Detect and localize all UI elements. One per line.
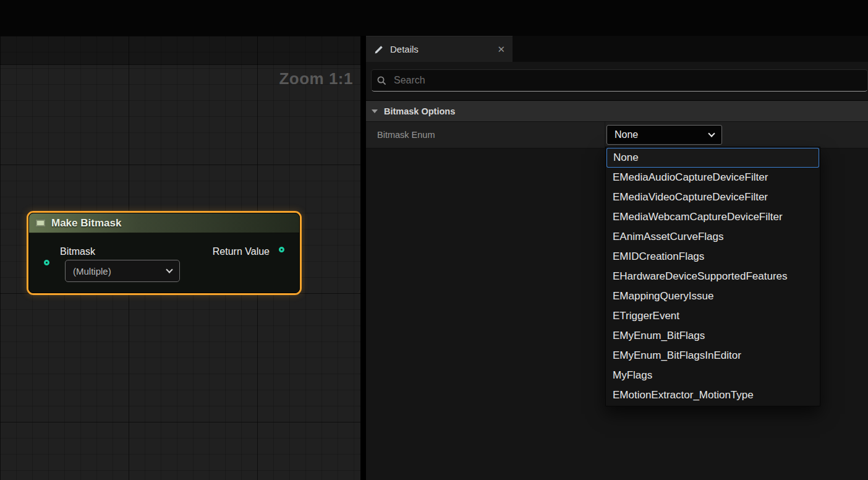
combobox-value: None	[615, 129, 638, 140]
close-icon[interactable]: ✕	[497, 45, 505, 54]
tab-title: Details	[390, 44, 419, 54]
dropdown-item[interactable]: None	[606, 148, 819, 168]
dropdown-item[interactable]: EMappingQueryIssue	[606, 286, 820, 306]
make-bitmask-node[interactable]: Make Bitmask Bitmask Return Value (Multi…	[27, 211, 302, 295]
property-label: Bitmask Enum	[366, 122, 605, 148]
dropdown-item[interactable]: EMotionExtractor_MotionType	[606, 385, 820, 405]
dropdown-item[interactable]: EMediaWebcamCaptureDeviceFilter	[606, 207, 820, 227]
chevron-down-icon	[708, 130, 715, 137]
graph-top-shade	[0, 36, 360, 65]
dropdown-item[interactable]: EMediaVideoCaptureDeviceFilter	[606, 187, 820, 207]
return-value-label: Return Value	[213, 246, 270, 257]
property-row-bitmask-enum: Bitmask Enum None	[366, 122, 868, 148]
make-struct-icon	[35, 219, 46, 227]
search-input[interactable]	[371, 69, 868, 92]
dropdown-item[interactable]: EMIDCreationFlags	[606, 247, 820, 267]
dropdown-item[interactable]: MyFlags	[606, 366, 820, 385]
dropdown-item[interactable]: EMyEnum_BitFlagsInEditor	[606, 346, 820, 366]
top-toolbar	[0, 0, 868, 36]
triangle-down-icon	[372, 109, 378, 113]
zoom-indicator: Zoom 1:1	[279, 69, 353, 88]
section-bitmask-options[interactable]: Bitmask Options	[366, 100, 868, 122]
bitmask-input-pin[interactable]	[44, 260, 49, 265]
node-header: Make Bitmask	[29, 213, 299, 233]
enum-dropdown-list: NoneEMediaAudioCaptureDeviceFilterEMedia…	[605, 147, 820, 406]
node-body: Bitmask Return Value (Multiple)	[29, 233, 299, 293]
panel-splitter[interactable]	[360, 36, 366, 480]
blueprint-graph-canvas[interactable]: Zoom 1:1 Make Bitmask Bitmask Return Val…	[0, 36, 360, 480]
bitmask-enum-combobox[interactable]: None	[606, 125, 722, 145]
dropdown-item[interactable]: ETriggerEvent	[606, 306, 820, 326]
dropdown-item[interactable]: EHardwareDeviceSupportedFeatures	[606, 267, 820, 286]
tab-details[interactable]: Details ✕	[366, 36, 513, 62]
dropdown-item[interactable]: EAnimAssetCurveFlags	[606, 227, 820, 247]
details-tabbar: Details ✕	[366, 36, 868, 62]
node-frame: Make Bitmask Bitmask Return Value (Multi…	[28, 213, 300, 293]
details-panel: Details ✕ Bitmask Options Bitmask Enum N…	[366, 36, 868, 480]
search-row	[366, 62, 868, 100]
node-title: Make Bitmask	[51, 217, 121, 229]
pencil-icon	[373, 44, 385, 55]
bitmask-pin-label: Bitmask	[60, 246, 95, 257]
unreal-editor-window: Zoom 1:1 Make Bitmask Bitmask Return Val…	[0, 0, 868, 480]
dropdown-item[interactable]: EMyEnum_BitFlags	[606, 326, 820, 346]
dropdown-item[interactable]: EMediaAudioCaptureDeviceFilter	[606, 168, 820, 187]
section-title: Bitmask Options	[384, 106, 455, 116]
bitmask-value-text: (Multiple)	[73, 266, 111, 276]
property-value-cell: None	[605, 122, 868, 148]
bitmask-value-dropdown[interactable]: (Multiple)	[65, 260, 180, 282]
chevron-down-icon	[166, 266, 172, 273]
return-value-pin[interactable]	[279, 247, 284, 252]
